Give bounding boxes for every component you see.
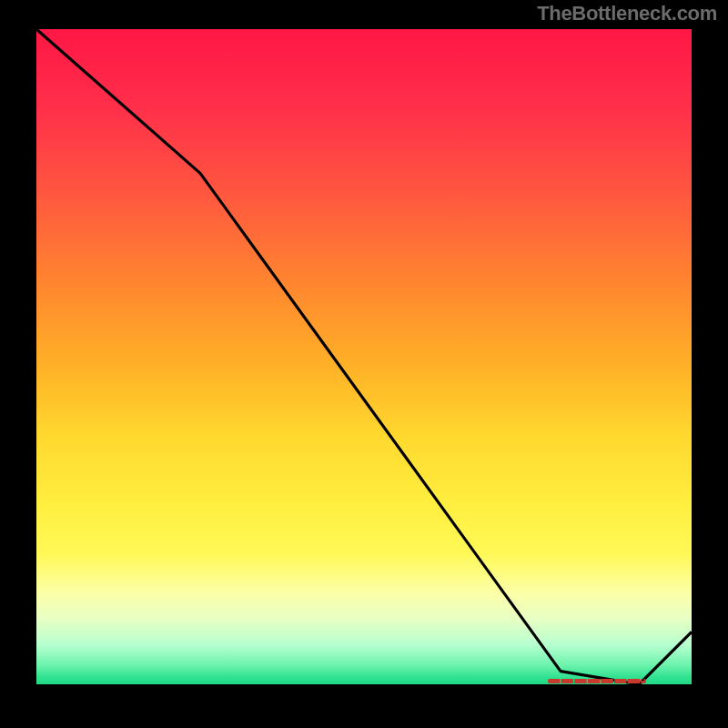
optimal-range-marker bbox=[548, 679, 646, 683]
plot-gradient-background bbox=[36, 29, 692, 684]
chart-frame: TheBottleneck.com bbox=[0, 0, 728, 728]
attribution-label: TheBottleneck.com bbox=[537, 2, 717, 25]
